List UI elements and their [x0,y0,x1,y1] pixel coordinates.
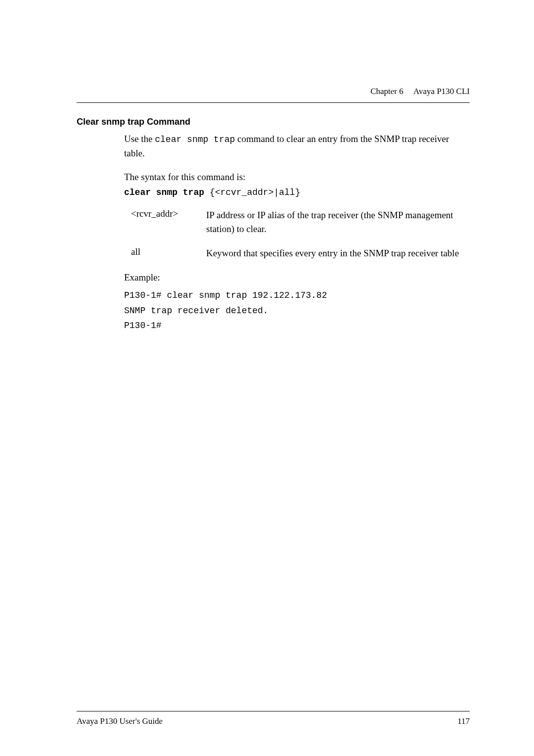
param-desc: Keyword that specifies every entry in th… [206,246,459,261]
section-heading: Clear snmp trap Command [77,117,470,127]
param-desc: IP address or IP alias of the trap recei… [206,208,470,236]
footer-page-number: 117 [457,716,470,726]
page-header: Chapter 6 Avaya P130 CLI [77,87,470,96]
example-label: Example: [124,272,470,283]
param-row: <rcvr_addr> IP address or IP alias of th… [131,208,470,236]
param-name: all [131,246,206,261]
syntax-line: clear snmp trap {<rcvr_addr>|all} [124,188,470,197]
param-table: <rcvr_addr> IP address or IP alias of th… [131,208,470,261]
param-name: <rcvr_addr> [131,208,206,236]
example-line: SNMP trap receiver deleted. [124,303,470,319]
chapter-number: Chapter 6 [370,87,403,96]
param-row: all Keyword that specifies every entry i… [131,246,470,261]
intro-code: clear snmp trap [155,135,235,144]
syntax-label: The syntax for this command is: [124,172,470,183]
example-line: P130-1# [124,318,470,333]
intro-prefix: Use the [124,134,155,144]
chapter-title: Avaya P130 CLI [413,87,470,96]
syntax-args: {<rcvr_addr>|all} [210,188,301,197]
footer-guide: Avaya P130 User's Guide [77,716,163,726]
page-footer: Avaya P130 User's Guide 117 [77,711,470,726]
footer-divider [77,711,470,711]
example-block: P130-1# clear snmp trap 192.122.173.82 S… [124,288,470,333]
example-line: P130-1# clear snmp trap 192.122.173.82 [124,288,470,303]
syntax-bold: clear snmp trap [124,188,210,197]
intro-paragraph: Use the clear snmp trap command to clear… [124,132,470,161]
header-divider [77,102,470,103]
header-chapter: Chapter 6 Avaya P130 CLI [370,87,470,96]
